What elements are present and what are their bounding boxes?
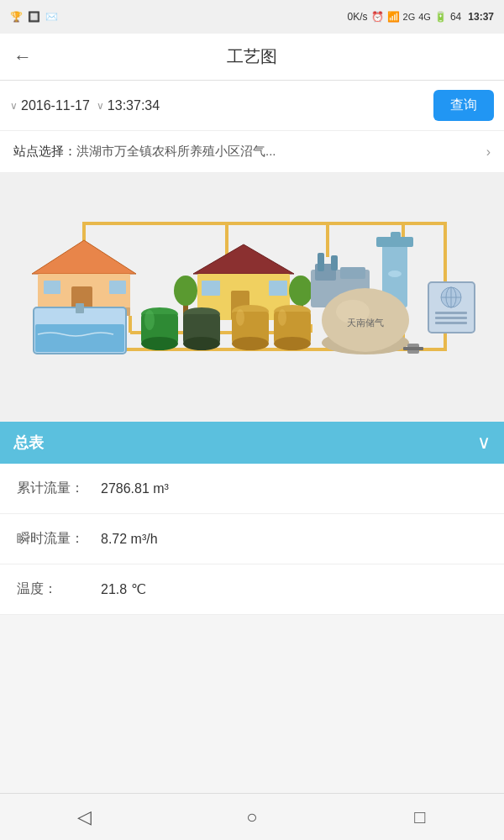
gap-section <box>0 408 504 422</box>
station-name: 洪湖市万全镇农科所养殖小区沼气... <box>76 144 486 160</box>
nav-home-button[interactable]: ○ <box>231 796 273 838</box>
status-bar: 🏆 🔲 ✉️ 0K/s ⏰ 📶 2G 4G 🔋 64 13:37 <box>0 0 504 34</box>
data-row-instant: 瞬时流量： 8.72 m³/h <box>0 514 504 564</box>
svg-point-42 <box>232 337 269 350</box>
svg-rect-58 <box>435 317 467 319</box>
station-bar[interactable]: 站点选择： 洪湖市万全镇农科所养殖小区沼气... › <box>0 131 504 173</box>
summary-title: 总表 <box>13 433 44 453</box>
notification-icon1: 🏆 <box>10 11 23 23</box>
svg-point-18 <box>174 276 197 306</box>
date-value: 2016-11-17 <box>21 98 90 113</box>
status-left: 🏆 🔲 ✉️ <box>10 11 58 23</box>
time-value: 13:37:34 <box>108 98 160 113</box>
svg-point-36 <box>144 310 155 330</box>
svg-rect-23 <box>340 267 365 279</box>
svg-marker-6 <box>32 240 136 274</box>
summary-chevron-icon[interactable]: ∨ <box>477 432 491 454</box>
instant-label: 瞬时流量： <box>17 530 101 548</box>
time-picker[interactable]: ∨ 13:37:34 <box>97 98 160 113</box>
svg-point-39 <box>183 337 220 350</box>
svg-rect-32 <box>76 303 84 313</box>
svg-rect-10 <box>44 281 60 294</box>
svg-point-35 <box>141 337 178 350</box>
date-chevron-icon: ∨ <box>10 100 18 112</box>
temp-label: 温度： <box>17 580 101 598</box>
query-button[interactable]: 查询 <box>433 90 494 121</box>
data-row-temp: 温度： 21.8 ℃ <box>0 564 504 615</box>
svg-marker-12 <box>193 244 294 274</box>
process-diagram-section: 天南储气 <box>0 173 504 408</box>
battery-icon: 🔋 <box>434 11 447 23</box>
flow-label: 累计流量： <box>17 480 101 497</box>
nav-back-button[interactable]: ◁ <box>63 796 105 838</box>
battery-level: 64 <box>450 11 461 23</box>
svg-rect-24 <box>318 253 324 271</box>
wifi-icon: 📶 <box>387 11 400 23</box>
flow-value: 2786.81 m³ <box>101 481 169 496</box>
summary-header: 总表 ∨ <box>0 422 504 464</box>
back-button[interactable]: ← <box>13 46 32 68</box>
signal-2g: 2G <box>403 12 416 22</box>
svg-text:天南储气: 天南储气 <box>347 318 384 328</box>
diagram-canvas: 天南储气 <box>17 190 487 391</box>
svg-rect-25 <box>331 255 338 270</box>
svg-rect-31 <box>35 324 124 352</box>
station-prefix: 站点选择： <box>13 144 76 160</box>
time-chevron-icon: ∨ <box>97 100 104 112</box>
data-section: 累计流量： 2786.81 m³ 瞬时流量： 8.72 m³/h 温度： 21.… <box>0 464 504 615</box>
instant-value: 8.72 m³/h <box>101 532 158 547</box>
svg-rect-57 <box>435 312 467 314</box>
filter-bar: ∨ 2016-11-17 ∨ 13:37:34 查询 <box>0 81 504 131</box>
notification-icon3: ✉️ <box>45 11 58 23</box>
bottom-nav: ◁ ○ □ <box>0 793 504 840</box>
date-picker[interactable]: ∨ 2016-11-17 <box>10 98 90 113</box>
svg-rect-11 <box>109 281 126 294</box>
svg-point-46 <box>274 337 311 350</box>
process-diagram-svg: 天南储气 <box>17 190 487 391</box>
svg-point-29 <box>388 270 402 277</box>
station-arrow-icon: › <box>486 144 491 160</box>
svg-rect-16 <box>269 281 287 296</box>
svg-rect-28 <box>391 232 401 242</box>
svg-rect-59 <box>435 322 467 324</box>
time-display: 13:37 <box>468 11 494 23</box>
svg-point-20 <box>289 276 312 306</box>
signal-4g: 4G <box>418 12 431 22</box>
svg-rect-61 <box>403 347 423 350</box>
svg-rect-15 <box>202 281 220 296</box>
header: ← 工艺图 <box>0 34 504 81</box>
speed-label: 0K/s <box>348 11 368 23</box>
nav-recent-button[interactable]: □ <box>399 796 441 838</box>
page-title: 工艺图 <box>227 45 277 68</box>
clock-icon: ⏰ <box>371 11 384 23</box>
data-row-flow: 累计流量： 2786.81 m³ <box>0 464 504 514</box>
svg-point-47 <box>278 309 286 326</box>
status-right: 0K/s ⏰ 📶 2G 4G 🔋 64 13:37 <box>348 11 494 23</box>
notification-icon2: 🔲 <box>28 11 40 23</box>
svg-point-43 <box>236 309 244 326</box>
temp-value: 21.8 ℃ <box>101 581 146 597</box>
